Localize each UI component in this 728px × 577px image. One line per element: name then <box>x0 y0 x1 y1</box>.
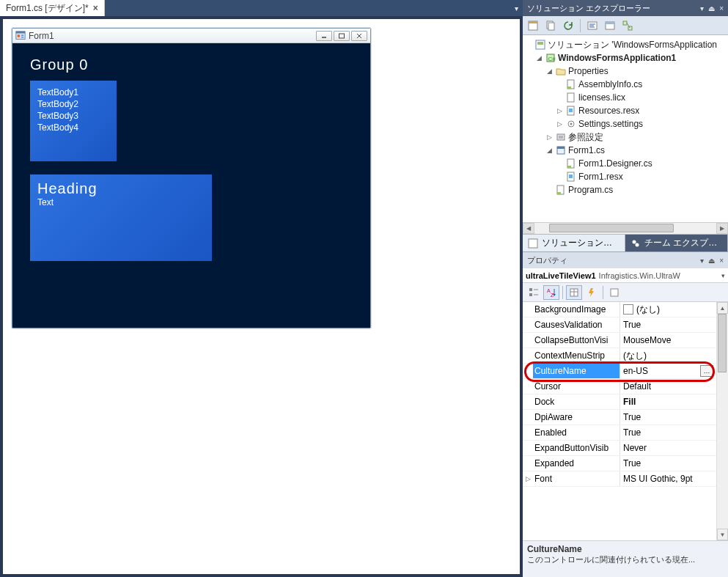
expand-icon[interactable] <box>523 364 533 378</box>
properties-icon[interactable] <box>526 18 540 33</box>
events-icon[interactable] <box>584 285 600 300</box>
solution-explorer-tab[interactable]: ソリューション… <box>523 235 625 251</box>
dropdown-icon[interactable]: ▾ <box>700 4 704 12</box>
tree-node-file[interactable]: ▷ Settings.settings <box>524 117 727 131</box>
property-value[interactable]: Default <box>619 379 716 394</box>
tree-node-file[interactable]: Form1.Designer.cs <box>524 157 727 170</box>
solution-tree[interactable]: ソリューション 'WindowsFormsApplication ◢ C# Wi… <box>523 35 728 222</box>
expand-icon[interactable] <box>523 302 533 317</box>
maximize-button[interactable] <box>334 31 350 41</box>
property-value[interactable]: Fill <box>619 394 716 409</box>
view-class-diagram-icon[interactable] <box>620 18 635 33</box>
close-icon[interactable]: × <box>719 4 724 12</box>
property-value[interactable]: True <box>619 425 716 440</box>
show-all-files-icon[interactable] <box>543 18 558 33</box>
tree-node-project[interactable]: ◢ C# WindowsFormsApplication1 <box>524 51 727 65</box>
properties-icon[interactable] <box>566 285 582 300</box>
property-row[interactable]: CursorDefault <box>523 379 716 394</box>
property-pages-icon[interactable] <box>606 285 622 300</box>
tree-node-file[interactable]: AssemblyInfo.cs <box>524 78 727 91</box>
component-selector[interactable]: ultraLiveTileView1 Infragistics.Win.Ultr… <box>523 268 728 283</box>
chevron-down-icon[interactable]: ▾ <box>721 272 725 279</box>
tile-small[interactable]: TextBody1 TextBody2 TextBody3 TextBody4 <box>30 81 117 161</box>
refresh-icon[interactable] <box>561 18 576 33</box>
selector-name: ultraLiveTileView1 <box>526 271 596 280</box>
horizontal-scrollbar[interactable]: ◀ ▶ <box>523 222 728 234</box>
scroll-up-icon[interactable]: ▲ <box>717 302 728 314</box>
pin-icon[interactable]: ⏏ <box>708 4 715 12</box>
minimize-button[interactable] <box>316 31 332 41</box>
expand-icon[interactable]: ▷ <box>555 120 564 128</box>
expand-icon[interactable] <box>523 348 533 363</box>
expand-icon[interactable] <box>523 425 533 440</box>
view-code-icon[interactable] <box>585 18 600 33</box>
expand-icon[interactable] <box>523 394 533 409</box>
tree-node-file[interactable]: ▷ Resources.resx <box>524 104 727 117</box>
property-row[interactable]: DockFill <box>523 394 716 410</box>
tree-node-properties[interactable]: ◢ Properties <box>524 65 727 78</box>
dropdown-icon[interactable]: ▾ <box>700 257 704 265</box>
close-button[interactable] <box>351 31 367 41</box>
scroll-thumb[interactable] <box>718 314 727 372</box>
property-grid[interactable]: BackgroundImage(なし)CausesValidationTrueC… <box>523 302 716 540</box>
property-value[interactable]: en-US… <box>619 364 716 378</box>
preview-form-window[interactable]: Form1 Group 0 TextBody1 TextBody2 TextBo… <box>12 28 371 328</box>
vertical-scrollbar[interactable]: ▲ ▼ <box>716 302 728 540</box>
property-value[interactable]: True <box>619 317 716 332</box>
expand-icon[interactable]: ▷ <box>545 133 554 141</box>
expand-icon[interactable] <box>523 317 533 332</box>
design-surface[interactable]: Form1 Group 0 TextBody1 TextBody2 TextBo… <box>3 19 520 574</box>
ellipsis-button[interactable]: … <box>700 365 713 377</box>
categorized-icon[interactable] <box>526 285 542 300</box>
close-icon[interactable]: × <box>719 257 724 265</box>
alphabetical-icon[interactable]: AZ <box>543 285 559 300</box>
document-tab[interactable]: Form1.cs [デザイン]* × <box>0 0 105 16</box>
expand-icon[interactable]: ▷ <box>523 471 533 486</box>
tree-label: ソリューション 'WindowsFormsApplication <box>548 39 717 51</box>
property-value[interactable]: True <box>619 410 716 425</box>
expand-icon[interactable] <box>523 441 533 455</box>
scroll-right-icon[interactable]: ▶ <box>716 223 728 234</box>
expand-icon[interactable] <box>523 410 533 425</box>
close-icon[interactable]: × <box>93 3 98 13</box>
tree-node-form1[interactable]: ◢ Form1.cs <box>524 144 727 157</box>
scroll-down-icon[interactable]: ▼ <box>717 529 728 540</box>
property-row[interactable]: ▷FontMS UI Gothic, 9pt <box>523 471 716 487</box>
svg-rect-19 <box>623 21 627 25</box>
property-row[interactable]: BackgroundImage(なし) <box>523 302 716 317</box>
expand-icon[interactable]: ▷ <box>555 107 564 114</box>
property-value[interactable]: (なし) <box>619 348 716 363</box>
property-row[interactable]: ContextMenuStrip(なし) <box>523 348 716 364</box>
property-row[interactable]: ExpandedTrue <box>523 456 716 471</box>
expand-icon[interactable] <box>523 456 533 471</box>
tab-dropdown-icon[interactable]: ▾ <box>515 4 518 12</box>
property-row[interactable]: CultureNameen-US… <box>523 364 716 379</box>
scroll-thumb[interactable] <box>549 224 674 232</box>
property-value[interactable]: Never <box>619 441 716 455</box>
property-row[interactable]: EnabledTrue <box>523 425 716 441</box>
team-explorer-tab[interactable]: チーム エクスプ… <box>625 235 728 251</box>
expand-icon[interactable]: ◢ <box>545 67 554 75</box>
tree-node-file[interactable]: Form1.resx <box>524 170 727 183</box>
property-row[interactable]: CausesValidationTrue <box>523 317 716 333</box>
property-row[interactable]: ExpandButtonVisibNever <box>523 441 716 456</box>
property-row[interactable]: CollapseButtonVisiMouseMove <box>523 333 716 348</box>
tree-node-file[interactable]: Program.cs <box>524 183 727 196</box>
expand-icon[interactable] <box>523 379 533 394</box>
scroll-left-icon[interactable]: ◀ <box>523 223 534 234</box>
expand-icon[interactable] <box>523 333 533 348</box>
live-tile-view[interactable]: Group 0 TextBody1 TextBody2 TextBody3 Te… <box>12 43 370 328</box>
property-value[interactable]: MS UI Gothic, 9pt <box>619 471 716 486</box>
property-value[interactable]: (なし) <box>619 302 716 317</box>
tile-large[interactable]: Heading Text <box>30 174 212 261</box>
view-designer-icon[interactable] <box>603 18 617 33</box>
expand-icon[interactable]: ◢ <box>534 54 543 62</box>
tree-node-references[interactable]: ▷ 参照設定 <box>524 131 727 144</box>
property-row[interactable]: DpiAwareTrue <box>523 410 716 425</box>
pin-icon[interactable]: ⏏ <box>708 257 715 265</box>
property-value[interactable]: MouseMove <box>619 333 716 348</box>
tree-node-solution[interactable]: ソリューション 'WindowsFormsApplication <box>524 38 727 51</box>
property-value[interactable]: True <box>619 456 716 471</box>
tree-node-file[interactable]: licenses.licx <box>524 91 727 104</box>
expand-icon[interactable]: ◢ <box>545 147 554 154</box>
